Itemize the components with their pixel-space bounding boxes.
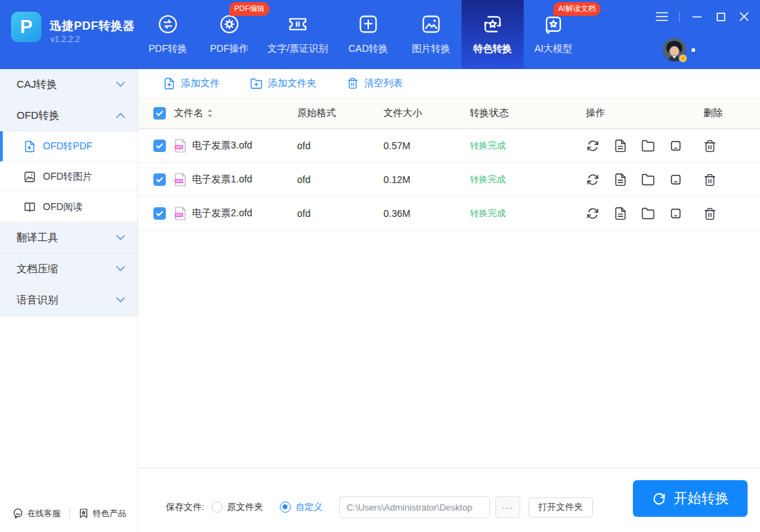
tab-ai-model[interactable]: AI解读文档 AI大模型 [524, 0, 583, 69]
sidebar-footer: 在线客服 特色产品 [0, 495, 138, 532]
chevron-down-icon [116, 235, 125, 240]
online-support-link[interactable]: 在线客服 [12, 508, 61, 520]
add-folder-button[interactable]: 添加文件夹 [250, 77, 316, 90]
sort-icon[interactable] [207, 109, 213, 117]
tab-label: CAD转换 [348, 43, 388, 55]
footer-divider [69, 509, 70, 518]
book-open-icon [23, 201, 36, 213]
svg-text:OFD: OFD [175, 180, 182, 183]
save-file-label: 保存文件: [166, 501, 205, 513]
preview-icon[interactable] [669, 173, 683, 187]
sidebar-group-translate[interactable]: 翻译工具 [0, 222, 137, 254]
avatar-menu-dot[interactable] [692, 48, 695, 52]
header-status: 转换状态 [470, 107, 586, 120]
group-label: 文档压缩 [17, 263, 116, 276]
radio-original-folder[interactable] [211, 502, 222, 513]
sidebar-item-ofd-to-image[interactable]: OFD转图片 [0, 162, 137, 192]
file-size: 0.12M [383, 174, 470, 185]
tab-ocr[interactable]: 文字/票证识别 [260, 0, 336, 69]
chevron-up-icon [116, 113, 125, 118]
clear-list-button[interactable]: 清空列表 [347, 77, 403, 90]
file-size: 0.36M [383, 208, 470, 219]
open-file-icon[interactable] [614, 207, 627, 220]
delete-row-icon[interactable] [703, 207, 760, 220]
open-folder-icon[interactable] [641, 207, 655, 220]
sidebar-item-ofd-reader[interactable]: OFD阅读 [0, 192, 137, 222]
row-checkbox[interactable] [153, 173, 166, 186]
support-chat-icon [12, 508, 23, 519]
preview-icon[interactable] [669, 139, 683, 153]
sidebar-item-label: OFD转PDF [43, 140, 93, 153]
select-all-checkbox[interactable] [153, 107, 166, 120]
row-checkbox[interactable] [153, 140, 166, 152]
open-folder-icon[interactable] [641, 173, 655, 187]
ai-doc-badge: AI解读文档 [553, 2, 600, 16]
sidebar-group-ofd[interactable]: OFD转换 [0, 100, 137, 131]
sidebar-item-label: OFD转图片 [43, 171, 93, 183]
open-file-icon[interactable] [614, 139, 627, 153]
svg-text:OFD: OFD [175, 146, 182, 149]
tab-special-convert[interactable]: 特色转换 [462, 0, 524, 69]
header-format: 原始格式 [297, 107, 383, 120]
add-file-label: 添加文件 [181, 77, 220, 90]
tab-cad-convert[interactable]: CAD转换 [336, 0, 401, 69]
sidebar-item-label: OFD阅读 [43, 201, 83, 213]
radio-custom-label[interactable]: 自定义 [296, 501, 323, 513]
table-header: 文件名 原始格式 文件大小 转换状态 操作 删除 [138, 98, 760, 129]
open-folder-icon[interactable] [641, 139, 655, 153]
reconvert-icon[interactable] [586, 173, 600, 187]
bookmark-star-icon [78, 508, 89, 519]
tab-pdf-convert[interactable]: PDF转换 [137, 0, 199, 69]
file-name: 电子发票3.ofd [192, 140, 252, 152]
file-format: ofd [297, 140, 383, 151]
hamburger-menu-icon[interactable] [656, 11, 668, 22]
header-filename: 文件名 [174, 107, 203, 120]
maximize-icon[interactable] [714, 11, 727, 22]
window-controls [656, 11, 750, 22]
table-row: OFD 电子发票1.ofd ofd 0.12M 转换完成 [138, 163, 760, 197]
header-delete: 删除 [703, 107, 760, 120]
sidebar: CAJ转换 OFD转换 OFD转PDF OFD转图片 OFD阅读 翻译工具 [0, 69, 138, 532]
user-avatar[interactable]: ✓ [663, 38, 686, 61]
delete-row-icon[interactable] [703, 140, 760, 153]
status-badge: 转换完成 [470, 207, 586, 220]
reconvert-icon[interactable] [586, 207, 600, 220]
app-logo: P [11, 12, 41, 42]
radio-custom[interactable] [280, 502, 291, 513]
chevron-down-icon [116, 266, 125, 272]
ofd-file-icon: OFD [174, 139, 187, 153]
sidebar-group-compress[interactable]: 文档压缩 [0, 254, 137, 285]
open-file-icon[interactable] [614, 173, 627, 187]
radio-original-label[interactable]: 原文件夹 [227, 501, 263, 513]
sidebar-group-speech[interactable]: 语音识别 [0, 285, 137, 316]
row-checkbox[interactable] [153, 207, 166, 220]
ofd-file-icon: OFD [174, 173, 187, 187]
delete-row-icon[interactable] [703, 173, 760, 187]
chevron-down-icon [116, 82, 125, 87]
add-file-button[interactable]: 添加文件 [163, 77, 220, 90]
pdf-file-icon [23, 140, 36, 153]
start-convert-button[interactable]: 开始转换 [633, 480, 748, 517]
tab-image-convert[interactable]: 图片转换 [401, 0, 462, 69]
file-format: ofd [297, 208, 383, 219]
app-title: 迅捷PDF转换器 [50, 18, 135, 34]
featured-products-link[interactable]: 特色产品 [78, 508, 126, 520]
open-folder-button[interactable]: 打开文件夹 [529, 497, 593, 517]
sidebar-item-ofd-to-pdf[interactable]: OFD转PDF [0, 131, 137, 162]
reconvert-icon[interactable] [586, 139, 600, 153]
browse-button[interactable]: ··· [495, 496, 520, 518]
close-icon[interactable] [738, 11, 750, 22]
file-format: ofd [297, 174, 383, 185]
window-controls-divider [679, 12, 680, 22]
save-path-input[interactable] [339, 496, 490, 518]
group-label: OFD转换 [17, 109, 116, 122]
image-convert-icon [418, 11, 444, 37]
file-name: 电子发票2.ofd [192, 207, 252, 220]
preview-icon[interactable] [669, 207, 683, 220]
tab-pdf-operate[interactable]: PDF编辑 PDF操作 [199, 0, 260, 69]
pdf-edit-badge: PDF编辑 [229, 2, 269, 16]
sidebar-group-caj[interactable]: CAJ转换 [0, 69, 137, 100]
app-version: v1.2.2.2 [50, 35, 80, 44]
minimize-icon[interactable] [691, 11, 703, 22]
ticket-ocr-icon [285, 11, 311, 37]
